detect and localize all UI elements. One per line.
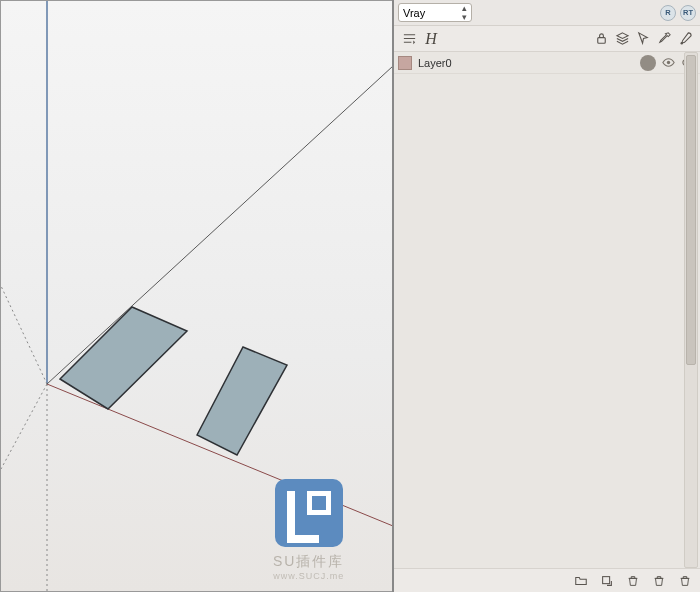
layer-list[interactable]: Layer0 — [394, 52, 700, 568]
shape-slab-1[interactable] — [60, 307, 187, 409]
lock-icon[interactable] — [592, 30, 610, 48]
options-icon[interactable] — [400, 30, 418, 48]
trash-icon[interactable] — [676, 572, 694, 590]
layers-panel: Vray ▴▾ R RT H Layer0 — [392, 0, 700, 592]
render-button[interactable]: R — [660, 5, 676, 21]
layers-icon[interactable] — [613, 30, 631, 48]
folder-icon[interactable] — [572, 572, 590, 590]
layer-row[interactable]: Layer0 — [394, 52, 700, 74]
renderer-dropdown[interactable]: Vray ▴▾ — [398, 3, 472, 22]
shape-slab-2[interactable] — [197, 347, 287, 455]
rt-render-button[interactable]: RT — [680, 5, 696, 21]
svg-point-1 — [680, 42, 682, 44]
svg-point-2 — [666, 61, 669, 64]
filter-letter[interactable]: H — [421, 30, 441, 48]
axis-neg-x — [1, 384, 47, 469]
dropdown-value: Vray — [403, 7, 425, 19]
new-layer-icon[interactable] — [598, 572, 616, 590]
panel-footer — [394, 568, 700, 592]
trash-icon[interactable] — [624, 572, 642, 590]
axis-neg-y — [1, 286, 47, 384]
layer-swatch[interactable] — [398, 56, 412, 70]
panel-toolbar: H — [394, 26, 700, 52]
layer-name[interactable]: Layer0 — [418, 57, 634, 69]
cursor-icon[interactable] — [634, 30, 652, 48]
svg-rect-3 — [603, 576, 610, 583]
eyedropper-icon[interactable] — [655, 30, 673, 48]
axis-y — [47, 66, 393, 384]
layer-visibility-eye-icon[interactable] — [660, 55, 676, 71]
brush-icon[interactable] — [676, 30, 694, 48]
panel-header: Vray ▴▾ R RT — [394, 0, 700, 26]
trash-icon[interactable] — [650, 572, 668, 590]
vertical-scrollbar[interactable] — [684, 52, 698, 568]
layer-active-dot-icon[interactable] — [640, 55, 656, 71]
dropdown-arrows-icon: ▴▾ — [462, 4, 467, 22]
svg-rect-0 — [597, 38, 605, 44]
